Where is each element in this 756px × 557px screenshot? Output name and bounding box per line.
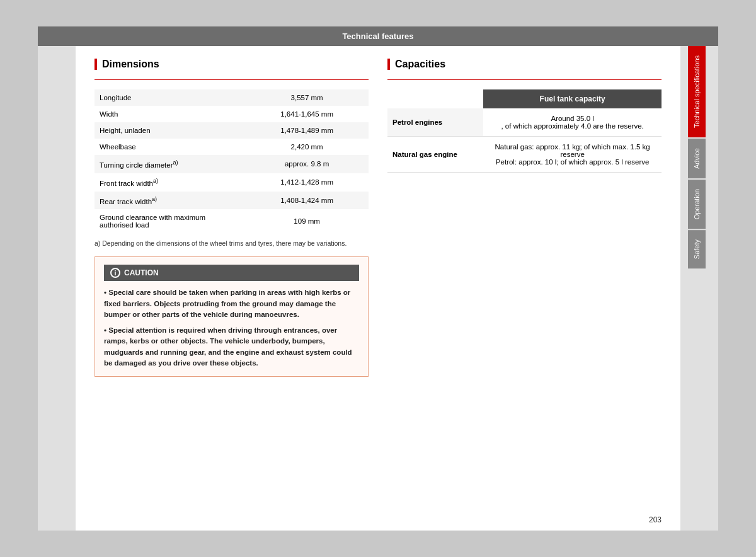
capacities-title: Capacities <box>387 59 662 70</box>
caution-header: i CAUTION <box>104 265 359 281</box>
caution-text: • Special care should be taken when park… <box>104 287 359 369</box>
dim-value: 1,408-1,424 mm <box>245 192 369 210</box>
dim-value: 1,478-1,489 mm <box>245 122 369 139</box>
table-row: Longitude3,557 mm <box>94 89 369 106</box>
page-header: Technical features <box>38 26 718 46</box>
table-row: Front track widtha)1,412-1,428 mm <box>94 173 369 192</box>
dim-label: Rear track widtha) <box>94 192 245 210</box>
capacities-table: Fuel tank capacity Petrol enginesAround … <box>387 89 662 173</box>
side-tab-operation[interactable]: Operation <box>688 180 706 229</box>
caution-paragraph: • Special attention is required when dri… <box>104 325 359 369</box>
caution-title: CAUTION <box>124 268 159 277</box>
cap-empty-header <box>387 89 483 108</box>
dim-value: approx. 9.8 m <box>245 155 369 173</box>
caution-paragraph: • Special care should be taken when park… <box>104 287 359 320</box>
table-row: Ground clearance with maximum authorised… <box>94 209 369 233</box>
dim-value: 1,412-1,428 mm <box>245 173 369 192</box>
table-row: Natural gas engineNatural gas: approx. 1… <box>387 137 662 173</box>
page-number: 203 <box>649 515 662 524</box>
dimensions-title: Dimensions <box>94 59 369 70</box>
dim-label: Longitude <box>94 89 245 106</box>
dim-value: 1,641-1,645 mm <box>245 106 369 122</box>
cap-info: Natural gas: approx. 11 kg; of which max… <box>483 137 662 173</box>
right-column: Capacities Fuel tank capacity Petrol eng… <box>387 59 662 518</box>
page-outer: Technical features Dimensions Longitude3… <box>38 26 718 531</box>
caution-icon: i <box>110 268 120 278</box>
dimensions-table: Longitude3,557 mmWidth1,641-1,645 mmHeig… <box>94 89 369 233</box>
dimensions-divider <box>94 79 369 80</box>
side-tab-safety[interactable]: Safety <box>688 230 706 268</box>
dim-label: Wheelbase <box>94 139 245 155</box>
capacities-divider <box>387 79 662 80</box>
dim-value: 3,557 mm <box>245 89 369 106</box>
table-row: Turning circle diametera)approx. 9.8 m <box>94 155 369 173</box>
table-row: Height, unladen1,478-1,489 mm <box>94 122 369 139</box>
side-tab-advice[interactable]: Advice <box>688 139 706 178</box>
page-content: Dimensions Longitude3,557 mmWidth1,641-1… <box>76 46 680 531</box>
dim-label: Width <box>94 106 245 122</box>
table-row: Width1,641-1,645 mm <box>94 106 369 122</box>
table-row: Wheelbase2,420 mm <box>94 139 369 155</box>
cap-engine: Petrol engines <box>387 108 483 137</box>
cap-engine: Natural gas engine <box>387 137 483 173</box>
table-row: Petrol enginesAround 35.0 l, of which ap… <box>387 108 662 137</box>
table-row: Rear track widtha)1,408-1,424 mm <box>94 192 369 210</box>
dim-value: 109 mm <box>245 209 369 233</box>
main-columns: Dimensions Longitude3,557 mmWidth1,641-1… <box>94 59 662 518</box>
left-column: Dimensions Longitude3,557 mmWidth1,641-1… <box>94 59 369 518</box>
page-title: Technical features <box>342 32 413 41</box>
dim-label: Height, unladen <box>94 122 245 139</box>
cap-fuel-header: Fuel tank capacity <box>483 89 662 108</box>
dim-label: Ground clearance with maximum authorised… <box>94 209 245 233</box>
dim-label: Turning circle diametera) <box>94 155 245 173</box>
caution-box: i CAUTION • Special care should be taken… <box>94 256 369 377</box>
side-tabs: Technical specificationsAdviceOperationS… <box>688 46 706 268</box>
dimensions-footnote: a) Depending on the dimensions of the wh… <box>94 239 369 247</box>
dim-label: Front track widtha) <box>94 173 245 192</box>
side-tab-technical-specifications[interactable]: Technical specifications <box>688 46 706 137</box>
dim-value: 2,420 mm <box>245 139 369 155</box>
cap-info: Around 35.0 l, of which approximately 4.… <box>483 108 662 137</box>
